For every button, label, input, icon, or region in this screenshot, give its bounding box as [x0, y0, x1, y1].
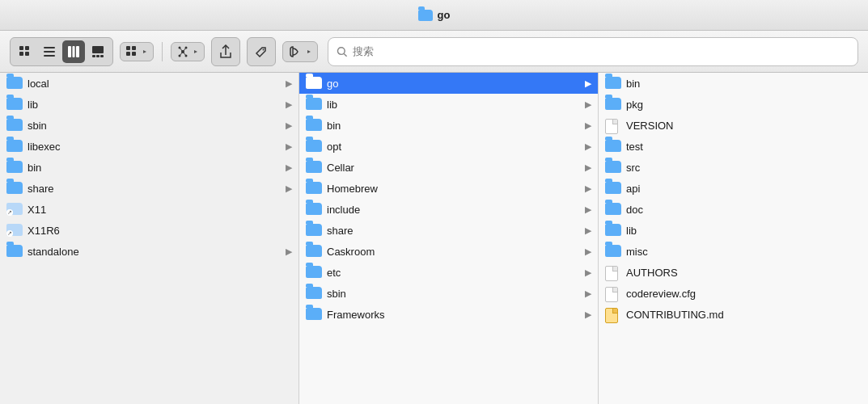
- item-label: bin: [626, 78, 862, 90]
- list-item[interactable]: go▶: [299, 73, 598, 94]
- svg-rect-14: [126, 46, 130, 50]
- list-item[interactable]: ↗X11: [0, 199, 299, 220]
- chevron-right-icon: ▶: [585, 78, 591, 89]
- chevron-right-icon: ▶: [585, 162, 591, 173]
- view-list-btn[interactable]: [38, 40, 61, 63]
- tag-btn[interactable]: [247, 37, 276, 66]
- group-btn[interactable]: [120, 42, 154, 61]
- list-item[interactable]: pkg: [599, 94, 868, 115]
- item-label: VERSION: [626, 120, 862, 132]
- list-item[interactable]: misc: [599, 241, 868, 262]
- list-item[interactable]: share▶: [0, 178, 299, 199]
- chevron-right-icon: ▶: [585, 99, 591, 110]
- list-item[interactable]: lib: [599, 220, 868, 241]
- item-label: sbin: [28, 120, 286, 132]
- separator-1: [162, 42, 163, 61]
- chevron-right-icon: ▶: [585, 141, 591, 152]
- list-item[interactable]: bin▶: [0, 157, 299, 178]
- list-item[interactable]: lib▶: [0, 94, 299, 115]
- window-title: go: [418, 9, 451, 21]
- search-bar[interactable]: [328, 37, 858, 66]
- chevron-right-icon: ▶: [286, 162, 292, 173]
- list-item[interactable]: Caskroom▶: [299, 241, 598, 262]
- item-label: Cellar: [327, 162, 585, 174]
- item-label: lib: [28, 99, 286, 111]
- svg-line-26: [180, 52, 183, 56]
- list-item[interactable]: ↗X11R6: [0, 220, 299, 241]
- svg-point-32: [337, 47, 345, 54]
- toolbar: [0, 31, 868, 73]
- title-bar: go: [0, 0, 868, 31]
- svg-rect-5: [44, 51, 55, 53]
- svg-marker-18: [143, 50, 146, 53]
- list-item[interactable]: sbin▶: [299, 283, 598, 304]
- list-item[interactable]: lib▶: [299, 94, 598, 115]
- list-item[interactable]: sbin▶: [0, 115, 299, 136]
- svg-line-27: [183, 52, 186, 56]
- share-btn[interactable]: [211, 37, 240, 66]
- chevron-right-icon: ▶: [585, 246, 591, 257]
- item-label: Homebrew: [327, 183, 585, 195]
- view-grid-btn[interactable]: [14, 40, 36, 63]
- item-label: doc: [626, 204, 862, 216]
- list-item[interactable]: bin: [599, 73, 868, 94]
- list-item[interactable]: standalone▶: [0, 241, 299, 262]
- search-input[interactable]: [353, 45, 849, 57]
- list-item[interactable]: opt▶: [299, 136, 598, 157]
- item-label: share: [327, 225, 585, 237]
- item-label: CONTRIBUTING.md: [626, 309, 862, 321]
- item-label: codereview.cfg: [626, 288, 862, 300]
- chevron-right-icon: ▶: [585, 183, 591, 194]
- siri-btn[interactable]: [282, 41, 318, 62]
- svg-rect-4: [44, 47, 55, 48]
- svg-line-25: [183, 48, 186, 52]
- item-label: AUTHORS: [626, 267, 862, 279]
- svg-point-30: [263, 48, 265, 50]
- list-item[interactable]: VERSION: [599, 115, 868, 136]
- svg-rect-6: [44, 55, 55, 57]
- list-item[interactable]: Homebrew▶: [299, 178, 598, 199]
- list-item[interactable]: bin▶: [299, 115, 598, 136]
- list-item[interactable]: local▶: [0, 73, 299, 94]
- list-item[interactable]: Frameworks▶: [299, 304, 598, 325]
- item-label: bin: [28, 162, 286, 174]
- list-item[interactable]: api: [599, 178, 868, 199]
- list-item[interactable]: Cellar▶: [299, 157, 598, 178]
- svg-line-24: [180, 48, 183, 52]
- view-mode-group: [10, 37, 113, 66]
- view-column-btn[interactable]: [62, 40, 85, 63]
- view-gallery-btn[interactable]: [87, 40, 109, 63]
- list-item[interactable]: test: [599, 136, 868, 157]
- item-label: local: [28, 78, 286, 90]
- action-btn[interactable]: [171, 42, 205, 61]
- item-label: go: [327, 78, 585, 90]
- item-label: bin: [327, 120, 585, 132]
- item-label: lib: [626, 225, 862, 237]
- svg-rect-2: [19, 52, 23, 56]
- item-label: src: [626, 162, 862, 174]
- list-item[interactable]: etc▶: [299, 262, 598, 283]
- list-item[interactable]: src: [599, 157, 868, 178]
- item-label: etc: [327, 267, 585, 279]
- list-item[interactable]: include▶: [299, 199, 598, 220]
- title-folder-icon: [418, 10, 433, 21]
- chevron-right-icon: ▶: [286, 78, 292, 89]
- list-item[interactable]: doc: [599, 199, 868, 220]
- list-item[interactable]: AUTHORS: [599, 262, 868, 283]
- item-label: pkg: [626, 99, 862, 111]
- item-label: sbin: [327, 288, 585, 300]
- svg-rect-13: [100, 55, 104, 57]
- list-item[interactable]: codereview.cfg: [599, 283, 868, 304]
- search-icon: [337, 46, 348, 57]
- item-label: lib: [327, 99, 585, 111]
- item-label: libexec: [28, 141, 286, 153]
- chevron-right-icon: ▶: [286, 246, 292, 257]
- list-item[interactable]: libexec▶: [0, 136, 299, 157]
- svg-marker-28: [194, 50, 197, 53]
- list-item[interactable]: CONTRIBUTING.md: [599, 304, 868, 325]
- list-item[interactable]: share▶: [299, 220, 598, 241]
- item-label: Caskroom: [327, 246, 585, 258]
- svg-rect-8: [73, 46, 75, 57]
- item-label: api: [626, 183, 862, 195]
- column-2: go▶lib▶bin▶opt▶Cellar▶Homebrew▶include▶s…: [299, 73, 599, 404]
